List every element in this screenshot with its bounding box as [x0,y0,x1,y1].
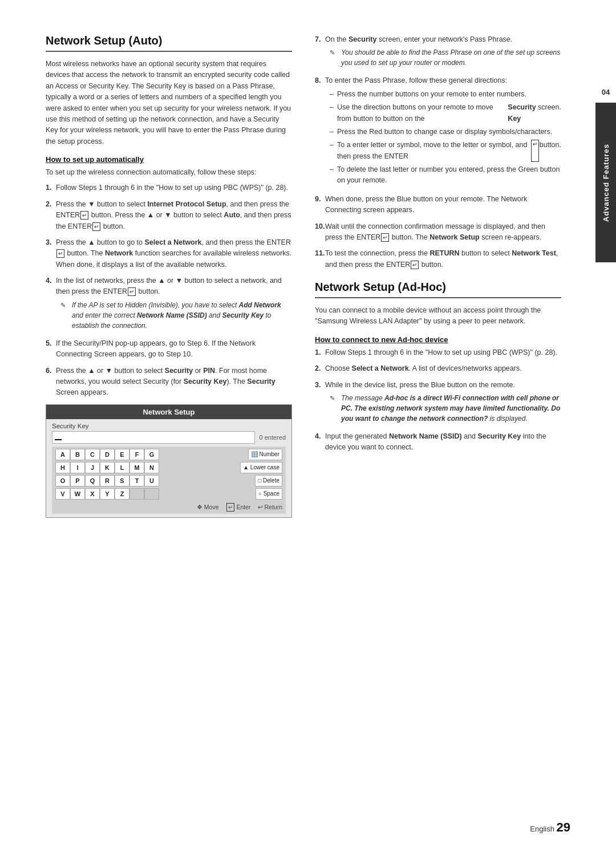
left-section-intro: Most wireless networks have an optional … [46,59,292,147]
entered-count: 0 entered [260,434,286,441]
how-to-setup-auto-intro: To set up the wireless connection automa… [46,167,292,178]
key-A: A [55,449,70,460]
adhoc-step-2: 2. Choose Select a Network. A list of de… [315,363,561,374]
key-P: P [70,475,85,486]
auto-step-6: 6. Press the ▲ or ▼ button to select Sec… [46,366,292,399]
key-U: U [144,475,159,486]
adhoc-step-3: 3. While in the device list, press the B… [315,380,561,426]
key-number: 🔢 Number [248,449,282,460]
key-E: E [115,449,129,460]
mockup-header: Network Setup [46,405,291,419]
right-step-7-note: ✎ You should be able to find the Pass Ph… [325,47,561,68]
key-R: R [100,475,115,486]
key-H: H [55,462,70,473]
mockup-footer: ❖ Move ↵ Enter ↩ Return [55,501,282,512]
key-empty1 [129,488,144,500]
how-to-setup-auto-heading: How to set up automatically [46,155,292,164]
direction-1: Press the number buttons on your remote … [330,89,561,100]
mockup-keyboard: A B C D E F G 🔢 Number H I J [52,447,286,514]
pencil-icon-adhoc3: ✎ [330,393,339,424]
chapter-number: 04 [595,86,616,99]
direction-5: To delete the last letter or number you … [330,164,561,186]
right-step-10: 10. Wait until the connection confirmati… [315,221,561,244]
language-label: English [530,825,554,833]
right-column: 7. On the Security screen, enter your ne… [315,34,561,524]
key-C: C [85,449,100,460]
key-Z: Z [115,488,129,500]
auto-steps-list: 1. Follow Steps 1 through 6 in the "How … [46,182,292,398]
security-input-field [52,431,255,444]
key-V: V [55,488,70,500]
input-cursor [55,439,62,440]
footer-return: ↩ Return [258,504,282,510]
key-N: N [144,462,159,473]
adhoc-step-1: 1. Follow Steps 1 through 6 in the "How … [315,347,561,358]
right-step-9: 9. When done, press the Blue button on y… [315,194,561,216]
key-I: I [70,462,85,473]
key-J: J [85,462,100,473]
auto-step-5: 5. If the Security/PIN pop-up appears, g… [46,338,292,360]
adhoc-steps-list: 1. Follow Steps 1 through 6 in the "How … [315,347,561,453]
auto-step-1: 1. Follow Steps 1 through 6 in the "How … [46,182,292,193]
pencil-icon: ✎ [60,301,70,331]
right-step-8: 8. To enter the Pass Phrase, follow thes… [315,75,561,188]
direction-2: Use the direction buttons on your remote… [330,102,561,124]
key-Y: Y [100,488,115,500]
key-lowercase: ▲ Lower case [240,462,282,473]
mockup-body: Security Key 0 entered A B C D E F [46,419,291,517]
auto-step-4-note: ✎ If the AP is set to Hidden (Invisible)… [56,300,292,331]
adhoc-section-intro: You can connect to a mobile device witho… [315,305,561,327]
key-W: W [70,488,85,500]
continued-steps-list: 7. On the Security screen, enter your ne… [315,34,561,270]
key-K: K [100,462,115,473]
key-delete: □ Delete [255,475,282,486]
footer-enter: ↵ Enter [226,503,251,512]
key-M: M [129,462,144,473]
direction-4: To a enter letter or symbol, move to the… [330,140,561,162]
key-empty2 [144,488,159,500]
key-Q: Q [85,475,100,486]
chapter-tab-label: Advanced Features [602,144,610,222]
right-step-7: 7. On the Security screen, enter your ne… [315,34,561,70]
chapter-tab: Advanced Features [595,103,616,262]
key-G: G [144,449,159,460]
footer-move: ❖ Move [197,504,219,510]
adhoc-subsection-title: How to connect to new Ad-hoc device [315,335,561,344]
adhoc-step-3-note: ✎ The message Ad-hoc is a direct Wi-Fi c… [325,393,561,424]
auto-step-4: 4. In the list of networks, press the ▲ … [46,275,292,333]
key-S: S [115,475,129,486]
auto-step-2: 2. Press the ▼ button to select Internet… [46,199,292,232]
pass-phrase-directions: Press the number buttons on your remote … [325,89,561,186]
key-F: F [129,449,144,460]
network-setup-mockup: Network Setup Security Key 0 entered A B… [46,404,292,518]
key-B: B [70,449,85,460]
right-step-11: 11. To test the connection, press the RE… [315,248,561,270]
adhoc-step-4: 4. Input the generated Network Name (SSI… [315,431,561,453]
left-section-title: Network Setup (Auto) [46,34,292,52]
left-column: Network Setup (Auto) Most wireless netwo… [46,34,292,524]
keyboard-row-3: O P Q R S T U □ Delete [55,475,282,486]
security-key-label: Security Key [52,423,286,429]
key-D: D [100,449,115,460]
keyboard-row-2: H I J K L M N ▲ Lower case [55,462,282,473]
key-X: X [85,488,100,500]
main-content: Network Setup (Auto) Most wireless netwo… [0,0,595,558]
pencil-icon-7: ✎ [330,48,339,68]
key-O: O [55,475,70,486]
security-input-row: 0 entered [52,431,286,444]
auto-step-3: 3. Press the ▲ button to go to Select a … [46,237,292,270]
key-T: T [129,475,144,486]
keyboard-row-4: V W X Y Z ○ Space [55,488,282,500]
page-number: 29 [557,820,570,834]
key-space: ○ Space [256,488,282,500]
page-footer: English 29 [530,820,570,835]
direction-3: Press the Red button to change case or d… [330,127,561,137]
adhoc-section-title: Network Setup (Ad-Hoc) [315,281,561,298]
key-L: L [115,462,129,473]
keyboard-row-1: A B C D E F G 🔢 Number [55,449,282,460]
